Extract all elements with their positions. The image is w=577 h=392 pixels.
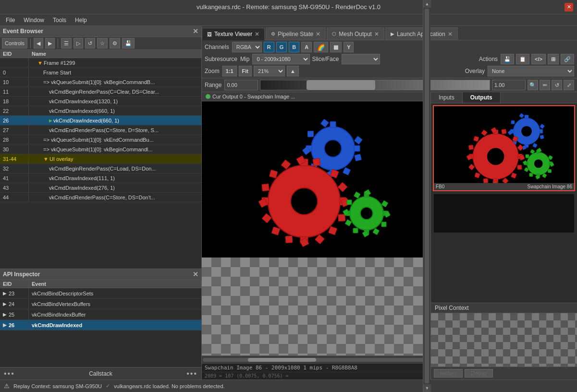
event-row[interactable]: 32 vkCmdBeginRenderPass(C=Load, DS=Don..… — [0, 164, 201, 173]
tab-mesh-output[interactable]: ⬡ Mesh Output ✕ — [327, 27, 384, 40]
api-inspector-close[interactable]: ✕ — [193, 270, 198, 278]
action-copy[interactable]: 📋 — [516, 54, 529, 64]
api-list[interactable]: ▶23 vkCmdBindDescriptorSets ▶24 vkCmdBin… — [0, 288, 201, 367]
zoom-pct-select[interactable]: 21% — [254, 66, 285, 76]
callstack-bar: ••• Callstack ••• — [0, 367, 201, 380]
event-row[interactable]: 41 vkCmdDrawIndexed(111, 1) — [0, 173, 201, 183]
thumb-list[interactable]: FB0 Swapchain Image 86 — [431, 103, 577, 303]
range-min-input[interactable]: 0.00 — [224, 80, 258, 90]
tb-bookmark-btn[interactable]: ☆ — [97, 38, 108, 49]
tab-icon-mo: ⬡ — [332, 31, 336, 37]
event-table-header: EID Name — [0, 50, 201, 58]
event-row[interactable]: 0 Frame Start — [0, 68, 201, 77]
action-save[interactable]: 💾 — [501, 54, 514, 64]
overlay-select[interactable]: None — [488, 66, 574, 76]
range-slider[interactable] — [260, 80, 490, 90]
history-btn[interactable]: History — [434, 369, 463, 378]
event-list[interactable]: ▼ Frame #1299 0 Frame Start 10 => vkQueu… — [0, 58, 201, 269]
vert-scroll[interactable]: ▲ ▼ — [423, 92, 430, 380]
btn-hue[interactable]: 🌈 — [314, 42, 328, 52]
tab-outputs[interactable]: Outputs — [463, 92, 501, 103]
api-row[interactable]: ▶24 vkCmdBindVertexBuffers — [0, 299, 201, 309]
event-row[interactable]: 28 => vkQueueSubmit(1)[0]: vkEndCommandB… — [0, 135, 201, 145]
menu-tools[interactable]: Tools — [49, 16, 70, 24]
tb-save-btn[interactable]: 💾 — [122, 38, 135, 49]
menu-window[interactable]: Window — [20, 16, 48, 24]
event-row[interactable]: 10 => vkQueueSubmit(1)[0]: vkBeginComman… — [0, 77, 201, 87]
btn-b[interactable]: B — [289, 42, 299, 52]
api-event: vkCmdBindDescriptorSets — [29, 288, 201, 298]
btn-y[interactable]: Y — [344, 42, 354, 52]
thumb-item-0[interactable]: FB0 Swapchain Image 86 — [433, 105, 575, 191]
horiz-scroll[interactable] — [202, 355, 430, 363]
channels-select[interactable]: RGBA — [232, 42, 262, 52]
slice-select[interactable] — [342, 54, 380, 64]
btn-g[interactable]: G — [276, 42, 287, 52]
mip-select[interactable]: 0 - 2009x1080 — [252, 54, 310, 64]
tab-inputs[interactable]: Inputs — [431, 92, 463, 103]
horiz-scroll-thumb[interactable] — [248, 358, 316, 362]
tab-close-la[interactable]: ✕ — [448, 31, 453, 37]
event-row[interactable]: 44 vkCmdEndRenderPass(C=Store, DS=Don't.… — [0, 193, 201, 202]
api-row-selected[interactable]: ▶26 vkCmdDrawIndexed — [0, 320, 201, 331]
range-max-input[interactable]: 1.00 — [492, 80, 526, 90]
svg-rect-51 — [354, 192, 360, 198]
tb-loop-btn[interactable]: ↺ — [85, 38, 95, 49]
menu-help[interactable]: Help — [71, 16, 91, 24]
btn-checker[interactable]: ▦ — [330, 42, 342, 52]
ctrl-row-1: Channels RGBA R G B A 🌈 ▦ Y — [205, 42, 574, 52]
tab-texture-viewer[interactable]: 🖼 Texture Viewer ✕ — [202, 28, 265, 40]
action-link[interactable]: 🔗 — [561, 54, 574, 64]
tab-launch-app[interactable]: ▶ Launch Application ✕ — [385, 27, 458, 40]
event-row[interactable]: 22 vkCmdDrawIndexed(660, 1) — [0, 106, 201, 116]
tb-next-btn[interactable]: ▶ — [45, 38, 55, 49]
thumb-item-1[interactable] — [433, 193, 575, 233]
event-row[interactable]: 11 vkCmdBeginRenderPass(C=Clear, DS=Clea… — [0, 87, 201, 97]
api-row[interactable]: ▶23 vkCmdBindDescriptorSets — [0, 288, 201, 299]
tab-close-mo[interactable]: ✕ — [374, 31, 379, 37]
range-reset-btn[interactable]: ↺ — [552, 80, 562, 90]
controls-btn[interactable]: Controls — [2, 38, 27, 49]
scroll-thumb-vert[interactable] — [425, 92, 429, 380]
svg-rect-101 — [529, 173, 533, 176]
event-row[interactable]: ▼ Frame #1299 — [0, 58, 201, 68]
zoom-11-btn[interactable]: 1:1 — [222, 66, 237, 76]
event-row[interactable]: 27 vkCmdEndRenderPass(C=Store, D=Store, … — [0, 125, 201, 135]
event-row[interactable]: 18 vkCmdDrawIndexed(1320, 1) — [0, 97, 201, 106]
event-name: => vkQueueSubmit(1)[0]: vkBeginCommandl.… — [29, 145, 201, 154]
svg-rect-61 — [540, 135, 544, 139]
texture-canvas[interactable] — [202, 101, 430, 363]
event-row[interactable]: 43 vkCmdDrawIndexed(276, 1) — [0, 183, 201, 193]
tb-play-btn[interactable]: ▷ — [74, 38, 83, 49]
zoom-fit-btn[interactable]: Fit — [239, 66, 252, 76]
overlay-label: Overlay — [465, 68, 485, 74]
menu-file[interactable]: File — [2, 16, 19, 24]
svg-rect-2 — [330, 122, 336, 127]
btn-a[interactable]: A — [301, 42, 312, 52]
svg-rect-28 — [271, 226, 280, 235]
range-expand-btn[interactable]: ⤢ — [564, 80, 574, 90]
zoom-up-btn[interactable]: ▲ — [287, 66, 299, 76]
range-zoom-btn[interactable]: 🔍 — [528, 80, 538, 90]
range-thumb[interactable] — [307, 80, 375, 90]
svg-rect-66 — [511, 121, 515, 124]
tab-icon-tv: 🖼 — [207, 32, 212, 37]
api-row[interactable]: ▶25 vkCmdBindIndexBuffer — [0, 309, 201, 320]
tb-prev-btn[interactable]: ◀ — [34, 38, 43, 49]
tab-pipeline-state[interactable]: ⚙ Pipeline State ✕ — [266, 27, 326, 40]
event-row[interactable]: 30 => vkQueueSubmit(1)[0]: vkBeginComman… — [0, 145, 201, 154]
tb-filter-btn[interactable]: ☰ — [61, 38, 72, 49]
event-row-selected[interactable]: 26 ▶ vkCmdDrawIndexed(660, 1) — [0, 116, 201, 125]
tb-star-btn[interactable]: ⚙ — [110, 38, 120, 49]
tab-close-ps[interactable]: ✕ — [316, 31, 320, 37]
debug-btn[interactable]: Debug — [465, 369, 492, 378]
horiz-scroll-track[interactable] — [203, 358, 430, 362]
action-code[interactable]: </> — [531, 54, 546, 64]
range-picker-btn[interactable]: ✏ — [540, 80, 550, 90]
btn-r[interactable]: R — [264, 42, 274, 52]
tab-close-tv[interactable]: ✕ — [255, 31, 259, 37]
action-grid[interactable]: ⊞ — [548, 54, 559, 64]
close-button[interactable]: ✕ — [565, 3, 573, 12]
event-browser-close[interactable]: ✕ — [193, 27, 198, 35]
event-row-group[interactable]: 31-44 ▼ UI overlay — [0, 154, 201, 164]
